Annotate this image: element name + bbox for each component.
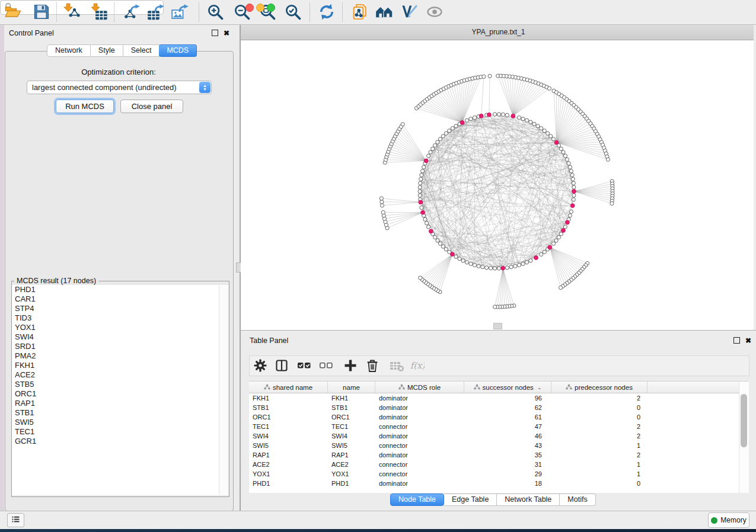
tree-icon <box>474 384 480 390</box>
mcds-result-item[interactable]: GCR1 <box>12 437 219 446</box>
toggle-columns-icon[interactable] <box>274 358 289 373</box>
show-hide-icon[interactable] <box>426 3 444 21</box>
table-row[interactable]: ACE2ACE2connector311 <box>249 460 748 469</box>
mcds-result-item[interactable]: TID3 <box>12 313 219 323</box>
cell-name: STB1 <box>328 404 375 411</box>
cell-successor_nodes: 47 <box>464 423 551 430</box>
run-mcds-button[interactable]: Run MCDS <box>56 100 114 113</box>
cell-shared_name: SWI4 <box>249 432 328 440</box>
table-row[interactable]: PHD1PHD1dominator180 <box>249 479 748 488</box>
tab-style[interactable]: Style <box>91 44 123 57</box>
mcds-result-item[interactable]: YOX1 <box>12 323 219 332</box>
mcds-result-item[interactable]: PMA2 <box>12 351 219 361</box>
mcds-result-item[interactable]: SWI5 <box>12 418 219 427</box>
maximize-window-traffic-light[interactable] <box>267 4 275 12</box>
export-image-icon[interactable] <box>171 3 189 21</box>
optimization-criterion-select[interactable]: largest connected component (undirected)… <box>27 81 212 94</box>
table-row[interactable]: TEC1TEC1connector472 <box>249 422 748 431</box>
tab-edge-table[interactable]: Edge Table <box>444 493 497 506</box>
save-session-icon[interactable] <box>33 3 50 21</box>
list-icon <box>11 514 21 527</box>
column-header-shared-name[interactable]: shared name <box>249 382 328 393</box>
refresh-icon[interactable] <box>318 3 336 21</box>
cell-successor_nodes: 46 <box>464 432 551 440</box>
zoom-in-icon[interactable] <box>206 3 224 21</box>
mcds-result-item[interactable]: PHD1 <box>12 285 219 294</box>
column-header-predecessor-nodes[interactable]: predecessor nodes <box>551 382 647 393</box>
deselect-all-rows-icon[interactable] <box>318 358 334 373</box>
network-home-icon[interactable] <box>375 3 393 21</box>
table-row[interactable]: SWI4SWI4dominator462 <box>249 431 748 441</box>
mcds-result-item[interactable]: STB1 <box>12 408 219 418</box>
export-network-icon[interactable] <box>123 3 141 21</box>
network-table-splitter-handle[interactable] <box>493 323 502 329</box>
table-row[interactable]: FKH1FKH1dominator962 <box>249 393 748 403</box>
tab-mcds[interactable]: MCDS <box>159 44 197 57</box>
cell-predecessor_nodes: 2 <box>551 423 647 430</box>
table-row[interactable]: STB1STB1dominator620 <box>249 403 748 412</box>
tab-network-table[interactable]: Network Table <box>497 493 560 506</box>
network-graph <box>241 40 754 330</box>
mcds-result-item[interactable]: FKH1 <box>12 361 219 370</box>
add-column-icon[interactable] <box>343 358 358 373</box>
cell-shared_name: ORC1 <box>249 414 328 421</box>
float-panel-icon[interactable] <box>212 30 218 36</box>
table-row[interactable]: YOX1YOX1connector291 <box>249 469 748 479</box>
svg-text:f(x): f(x) <box>410 360 425 370</box>
mcds-list-scrollbar[interactable] <box>219 285 228 495</box>
close-panel-button[interactable]: Close panel <box>120 100 183 113</box>
select-all-rows-icon[interactable] <box>296 358 312 373</box>
clone-network-icon[interactable] <box>351 3 369 21</box>
cell-predecessor_nodes: 0 <box>551 404 647 411</box>
tab-motifs[interactable]: Motifs <box>560 493 595 506</box>
node-table: shared namenameMCDS rolesuccessor nodes⌄… <box>249 381 748 493</box>
zoom-selected-icon[interactable] <box>284 3 302 21</box>
mcds-result-list[interactable]: PHD1CAR1STP4TID3YOX1SWI4SRD1PMA2FKH1ACE2… <box>12 285 219 495</box>
close-window-traffic-light[interactable] <box>245 4 254 12</box>
mcds-result-item[interactable]: STB5 <box>12 380 219 389</box>
minimize-window-traffic-light[interactable] <box>256 4 264 12</box>
column-header-successor-nodes[interactable]: successor nodes⌄ <box>464 382 551 393</box>
cell-mcds_role: dominator <box>375 432 464 440</box>
table-row[interactable]: SWI5SWI5connector431 <box>249 441 748 450</box>
import-network-icon[interactable] <box>63 3 81 21</box>
memory-button[interactable]: Memory <box>708 512 749 528</box>
close-panel-icon[interactable]: ✖ <box>745 338 751 344</box>
mcds-result-item[interactable]: STP4 <box>12 304 219 313</box>
close-panel-icon[interactable]: ✖ <box>224 30 229 36</box>
table-settings-icon[interactable] <box>253 358 268 373</box>
cell-mcds_role: dominator <box>375 480 464 487</box>
tree-icon <box>398 384 405 390</box>
table-scrollbar-thumb[interactable] <box>741 394 747 447</box>
table-row[interactable]: ORC1ORC1dominator610 <box>249 412 748 422</box>
delete-column-icon[interactable] <box>365 358 380 373</box>
open-file-icon[interactable] <box>4 3 22 21</box>
panel-menu-button[interactable] <box>7 513 24 527</box>
style-preview-icon[interactable] <box>400 3 418 21</box>
column-label: MCDS role <box>407 384 441 391</box>
mcds-result-item[interactable]: RAP1 <box>12 399 219 408</box>
column-label: name <box>343 384 360 391</box>
mcds-result-item[interactable]: ACE2 <box>12 370 219 380</box>
mcds-result-item[interactable]: SRD1 <box>12 342 219 351</box>
app-window: Control Panel ✖ NetworkStyleSelectMCDS O… <box>0 0 756 529</box>
import-table-icon[interactable] <box>91 3 109 21</box>
cell-predecessor_nodes: 1 <box>551 470 647 477</box>
tab-network[interactable]: Network <box>47 44 91 57</box>
mcds-result-item[interactable]: CAR1 <box>12 294 219 304</box>
export-table-icon[interactable] <box>147 3 165 21</box>
mcds-result-item[interactable]: SWI4 <box>12 332 219 342</box>
cell-mcds_role: connector <box>375 461 464 468</box>
optimization-criterion-label: Optimization criterion: <box>5 68 232 76</box>
cell-predecessor_nodes: 0 <box>551 480 647 487</box>
mcds-result-item[interactable]: ORC1 <box>12 389 219 399</box>
mcds-result-item[interactable]: TEC1 <box>12 427 219 437</box>
tab-select[interactable]: Select <box>123 44 160 57</box>
column-header-name[interactable]: name <box>328 382 375 393</box>
float-panel-icon[interactable] <box>733 337 740 344</box>
network-view-canvas[interactable] <box>241 40 754 330</box>
column-header-MCDS-role[interactable]: MCDS role <box>375 382 464 393</box>
tab-node-table[interactable]: Node Table <box>390 493 444 506</box>
table-panel-window-buttons: ✖ <box>733 337 751 344</box>
table-row[interactable]: RAP1RAP1dominator352 <box>249 450 748 460</box>
